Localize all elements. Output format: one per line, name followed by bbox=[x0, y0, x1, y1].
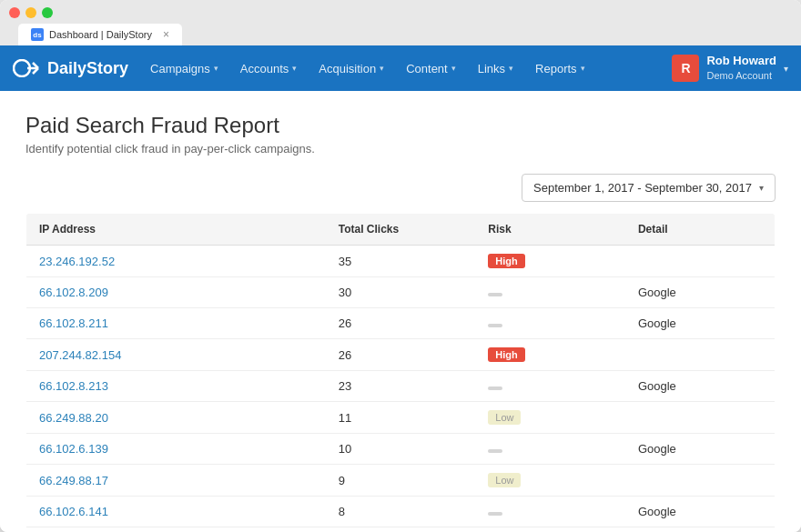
ip-address-link[interactable]: 66.102.8.213 bbox=[39, 379, 108, 393]
accounts-caret: ▾ bbox=[292, 64, 297, 73]
table-row: 66.102.6.13910Google bbox=[26, 434, 776, 465]
ip-address-link[interactable]: 207.244.82.154 bbox=[39, 348, 121, 362]
nav-item-links[interactable]: Links ▾ bbox=[469, 45, 522, 91]
tab-favicon: ds bbox=[31, 28, 44, 41]
user-account: Demo Account bbox=[706, 69, 776, 82]
browser-tab[interactable]: ds Dashboard | DailyStory × bbox=[18, 24, 182, 45]
brand-name: DailyStory bbox=[47, 59, 128, 78]
tab-title: Dashboard | DailyStory bbox=[49, 29, 152, 40]
maximize-button[interactable] bbox=[42, 7, 53, 18]
ip-address-link[interactable]: 66.102.6.141 bbox=[39, 505, 108, 518]
ip-address-link[interactable]: 66.102.8.209 bbox=[39, 286, 108, 299]
page-subtitle: Identify potential click fraud in pay-pe… bbox=[25, 142, 776, 156]
fraud-report-table: IP Address Total Clicks Risk Detail 23.2… bbox=[25, 213, 776, 532]
date-range-container: September 1, 2017 - September 30, 2017 ▾ bbox=[25, 174, 776, 202]
nav-item-acquisition[interactable]: Acquisition ▾ bbox=[309, 45, 393, 91]
col-header-ip: IP Address bbox=[26, 214, 326, 246]
browser-chrome: ds Dashboard | DailyStory × bbox=[0, 0, 801, 45]
tab-close-button[interactable]: × bbox=[163, 28, 169, 41]
detail-cell: Google bbox=[625, 277, 776, 308]
risk-badge: Low bbox=[488, 473, 521, 487]
risk-cell bbox=[475, 308, 625, 339]
risk-badge: Low bbox=[488, 410, 521, 425]
table-row: 207.244.82.15426High bbox=[26, 339, 776, 371]
nav-item-campaigns[interactable]: Campaigns ▾ bbox=[141, 45, 228, 91]
nav-item-reports[interactable]: Reports ▾ bbox=[526, 45, 594, 91]
navbar-right: R Rob Howard Demo Account ▾ bbox=[672, 54, 788, 82]
nav-item-content[interactable]: Content ▾ bbox=[397, 45, 465, 91]
table-header-row: IP Address Total Clicks Risk Detail bbox=[26, 214, 776, 246]
risk-cell bbox=[475, 434, 625, 465]
table-row: 66.249.88.2011Low bbox=[26, 402, 776, 434]
user-name: Rob Howard bbox=[706, 54, 776, 69]
campaigns-caret: ▾ bbox=[214, 64, 218, 73]
risk-cell: High bbox=[475, 339, 625, 371]
date-range-picker[interactable]: September 1, 2017 - September 30, 2017 ▾ bbox=[522, 174, 776, 202]
brand-logo[interactable]: DailyStory bbox=[13, 59, 128, 78]
detail-cell: Google bbox=[625, 434, 776, 465]
detail-cell bbox=[625, 339, 776, 371]
table-row: 66.102.8.20930Google bbox=[26, 277, 776, 308]
brand-icon bbox=[13, 59, 40, 77]
ip-address-link[interactable]: 66.249.88.17 bbox=[39, 474, 108, 487]
date-range-caret: ▾ bbox=[759, 183, 764, 193]
total-clicks: 11 bbox=[326, 402, 476, 434]
risk-badge bbox=[488, 449, 502, 453]
page-title: Paid Search Fraud Report bbox=[25, 113, 776, 138]
content-caret: ▾ bbox=[451, 64, 456, 73]
nav-label-content: Content bbox=[406, 62, 448, 75]
table-row: 216.158.232.1178Low bbox=[26, 527, 776, 533]
total-clicks: 9 bbox=[326, 465, 476, 497]
nav-label-campaigns: Campaigns bbox=[150, 62, 210, 75]
minimize-button[interactable] bbox=[25, 7, 36, 18]
acquisition-caret: ▾ bbox=[380, 64, 384, 73]
risk-badge: High bbox=[488, 254, 524, 268]
ip-address-link[interactable]: 66.102.6.139 bbox=[39, 442, 108, 456]
table-row: 23.246.192.5235High bbox=[26, 246, 776, 277]
total-clicks: 35 bbox=[326, 246, 476, 277]
table-row: 66.102.8.21323Google bbox=[26, 371, 776, 402]
total-clicks: 26 bbox=[326, 339, 476, 371]
table-row: 66.249.88.179Low bbox=[26, 465, 776, 497]
col-header-risk: Risk bbox=[475, 214, 625, 246]
detail-cell bbox=[625, 465, 776, 497]
total-clicks: 30 bbox=[326, 277, 476, 308]
risk-badge bbox=[488, 324, 502, 327]
risk-cell bbox=[475, 371, 625, 402]
total-clicks: 8 bbox=[326, 527, 476, 533]
browser-window: ds Dashboard | DailyStory × DailyStory C… bbox=[0, 0, 801, 532]
main-content: Paid Search Fraud Report Identify potent… bbox=[0, 91, 801, 532]
links-caret: ▾ bbox=[509, 64, 513, 73]
risk-cell: Low bbox=[475, 465, 625, 497]
nav-item-accounts[interactable]: Accounts ▾ bbox=[231, 45, 306, 91]
detail-cell: Google bbox=[625, 497, 776, 527]
risk-badge bbox=[488, 293, 502, 296]
user-avatar: R bbox=[672, 55, 699, 82]
table-row: 66.102.8.21126Google bbox=[26, 308, 776, 339]
table-row: 66.102.6.1418Google bbox=[26, 497, 776, 527]
ip-address-link[interactable]: 66.102.8.211 bbox=[39, 316, 108, 330]
risk-cell bbox=[475, 497, 625, 527]
risk-cell: Low bbox=[475, 527, 625, 533]
total-clicks: 10 bbox=[326, 434, 476, 465]
nav-label-acquisition: Acquisition bbox=[319, 62, 376, 75]
browser-controls bbox=[9, 7, 792, 18]
risk-cell bbox=[475, 277, 625, 308]
nav-label-reports: Reports bbox=[535, 62, 577, 75]
risk-badge: High bbox=[488, 347, 524, 362]
close-button[interactable] bbox=[9, 7, 20, 18]
detail-cell: Google bbox=[625, 371, 776, 402]
detail-cell bbox=[625, 402, 776, 434]
detail-cell bbox=[625, 527, 776, 533]
user-menu-caret[interactable]: ▾ bbox=[784, 64, 788, 74]
navbar: DailyStory Campaigns ▾ Accounts ▾ Acquis… bbox=[0, 45, 801, 91]
ip-address-link[interactable]: 66.249.88.20 bbox=[39, 411, 108, 425]
tab-bar: ds Dashboard | DailyStory × bbox=[18, 24, 792, 45]
total-clicks: 8 bbox=[326, 497, 476, 527]
nav-label-links: Links bbox=[478, 62, 505, 75]
nav-label-accounts: Accounts bbox=[240, 62, 289, 75]
col-header-detail: Detail bbox=[625, 214, 776, 246]
total-clicks: 23 bbox=[326, 371, 476, 402]
ip-address-link[interactable]: 23.246.192.52 bbox=[39, 255, 115, 268]
user-info: Rob Howard Demo Account bbox=[706, 54, 776, 82]
